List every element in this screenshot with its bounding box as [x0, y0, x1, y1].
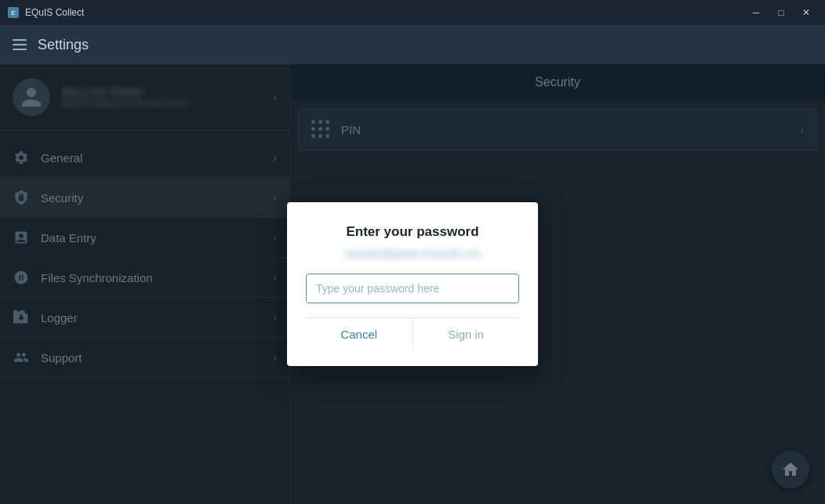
password-input[interactable] [306, 274, 519, 303]
app-name: EQuIS Collect [25, 7, 84, 18]
dialog-title: Enter your password [306, 224, 519, 240]
dialog-buttons: Cancel Sign in [306, 317, 519, 350]
minimize-button[interactable]: ─ [745, 4, 767, 21]
app-header: Settings [0, 25, 825, 64]
dialog-email: mparker@parker.dustsoft.com [306, 248, 519, 259]
close-button[interactable]: ✕ [795, 4, 817, 21]
titlebar: E EQuIS Collect ─ □ ✕ [0, 0, 825, 25]
app-window: Settings Mary Ann Parker mparker@parker.… [0, 25, 825, 504]
app-icon: E [8, 7, 19, 18]
content-area: Mary Ann Parker mparker@parker.dustsoft.… [0, 64, 825, 504]
modal-overlay: Enter your password mparker@parker.dusts… [0, 64, 825, 504]
maximize-button[interactable]: □ [770, 4, 792, 21]
settings-title: Settings [38, 37, 89, 53]
cancel-button[interactable]: Cancel [306, 318, 413, 350]
password-dialog: Enter your password mparker@parker.dusts… [287, 202, 538, 366]
hamburger-menu[interactable] [13, 39, 27, 50]
titlebar-controls: ─ □ ✕ [745, 4, 817, 21]
signin-button[interactable]: Sign in [413, 318, 520, 350]
titlebar-left: E EQuIS Collect [8, 7, 84, 18]
